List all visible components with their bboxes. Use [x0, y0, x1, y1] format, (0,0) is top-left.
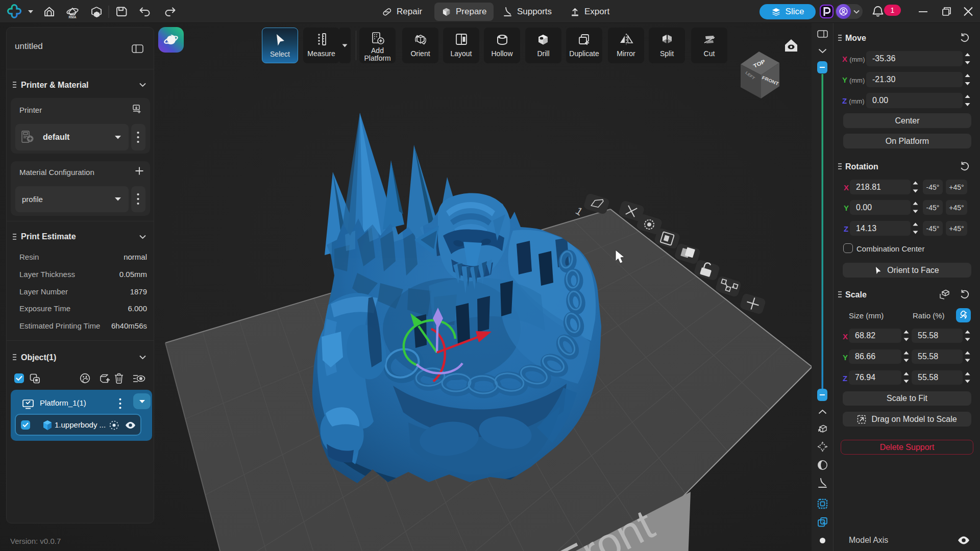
svg-text:1: 1 [574, 205, 585, 218]
svg-text:RMA: RMA [69, 15, 77, 19]
